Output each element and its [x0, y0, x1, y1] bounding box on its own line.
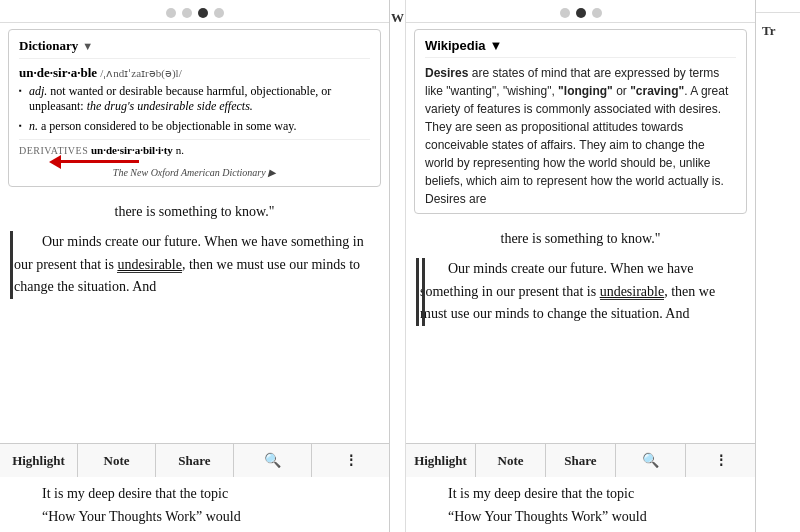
right-bottom-line2: “How Your Thoughts Work” would: [420, 506, 741, 528]
right-share-button[interactable]: Share: [546, 444, 616, 477]
left-more-button[interactable]: ⋮: [312, 444, 389, 477]
dict-example-1: the drug's undesirable side effects.: [87, 99, 253, 113]
right-section: W Wikipedia ▼ Desires are states of mind…: [390, 0, 800, 532]
right-more-icon: ⋮: [714, 453, 728, 468]
wikipedia-label: Wikipedia: [425, 38, 486, 53]
right-underlined-word: undesirable: [600, 284, 665, 300]
tr-label: Tr: [756, 13, 800, 49]
left-vertical-bar: [10, 231, 13, 298]
dot-1: [166, 8, 176, 18]
right-more-button[interactable]: ⋮: [686, 444, 755, 477]
left-bottom-text: It is my deep desire that the topic “How…: [0, 477, 389, 532]
left-book-text: there is something to know." Our minds c…: [0, 193, 389, 443]
dictionary-pronunciation: /ˌʌndɪˈzaɪrəb(ə)l/: [100, 67, 181, 79]
dictionary-dropdown-arrow[interactable]: ▼: [82, 40, 93, 52]
dictionary-label: Dictionary: [19, 38, 78, 54]
wiki-bold-longing: "longing": [558, 84, 613, 98]
right-dot-3: [592, 8, 602, 18]
w-label: W: [391, 0, 404, 26]
left-search-icon: 🔍: [264, 453, 281, 468]
right-highlight-button[interactable]: Highlight: [406, 444, 476, 477]
right-vertical-bar-1: [416, 258, 419, 325]
right-search-button[interactable]: 🔍: [616, 444, 686, 477]
dict-pos-2: n.: [29, 119, 38, 133]
tr-dots-bar: [756, 0, 800, 13]
dot-4: [214, 8, 224, 18]
dictionary-popup: Dictionary ▼ un·de·sir·a·ble /ˌʌndɪˈzaɪr…: [8, 29, 381, 187]
wikipedia-panel: Wikipedia ▼ Desires are states of mind t…: [406, 0, 756, 532]
right-bottom-text: It is my deep desire that the topic “How…: [406, 477, 755, 532]
w-panel: W: [390, 0, 406, 532]
right-quote-text: there is something to know.": [420, 228, 741, 250]
left-dots-bar: [0, 0, 389, 23]
right-bottom-line1: It is my deep desire that the topic: [420, 483, 741, 505]
dictionary-entry-2: n. a person considered to be objectionab…: [19, 119, 370, 134]
left-more-icon: ⋮: [344, 453, 358, 468]
wiki-bold-desires: Desires: [425, 66, 468, 80]
dictionary-header[interactable]: Dictionary ▼: [19, 38, 370, 59]
right-vertical-bar-2: [422, 258, 425, 325]
left-share-button[interactable]: Share: [156, 444, 234, 477]
derivatives-suffix: n.: [176, 144, 184, 156]
dictionary-derivatives: DERIVATIVES un·de·sir·a·bil·i·ty n.: [19, 139, 370, 156]
right-search-icon: 🔍: [642, 453, 659, 468]
red-arrow-indicator: [59, 160, 139, 163]
right-book-text: there is something to know." Our minds c…: [406, 220, 755, 443]
right-highlighted-section: Our minds create our future. When we hav…: [420, 258, 741, 325]
right-note-button[interactable]: Note: [476, 444, 546, 477]
dictionary-source: The New Oxford American Dictionary ▶: [19, 167, 370, 178]
dictionary-word: un·de·sir·a·ble /ˌʌndɪˈzaɪrəb(ə)l/: [19, 65, 370, 81]
tr-panel: Tr: [756, 0, 800, 532]
wikipedia-content: Desires are states of mind that are expr…: [425, 64, 736, 208]
left-bottom-line1: It is my deep desire that the topic: [14, 483, 375, 505]
left-quote-text: there is something to know.": [14, 201, 375, 223]
dict-pos-1: adj.: [29, 84, 47, 98]
right-dots-bar: [406, 0, 755, 23]
derivatives-word: un·de·sir·a·bil·i·ty: [91, 144, 173, 156]
dot-3-active: [198, 8, 208, 18]
left-search-button[interactable]: 🔍: [234, 444, 312, 477]
right-dot-1: [560, 8, 570, 18]
left-toolbar: Highlight Note Share 🔍 ⋮: [0, 443, 389, 477]
left-note-button[interactable]: Note: [78, 444, 156, 477]
right-paragraph: Our minds create our future. When we hav…: [420, 258, 741, 325]
left-bottom-line2: “How Your Thoughts Work” would: [14, 506, 375, 528]
left-highlighted-section: Our minds create our future. When we hav…: [14, 231, 375, 298]
left-underlined-word: undesirable: [117, 257, 182, 273]
right-toolbar: Highlight Note Share 🔍 ⋮: [406, 443, 755, 477]
wiki-bold-craving: "craving": [630, 84, 684, 98]
dot-2: [182, 8, 192, 18]
wikipedia-popup: Wikipedia ▼ Desires are states of mind t…: [414, 29, 747, 214]
left-panel: Dictionary ▼ un·de·sir·a·ble /ˌʌndɪˈzaɪr…: [0, 0, 390, 532]
wikipedia-dropdown-arrow[interactable]: ▼: [490, 38, 503, 53]
left-highlight-button[interactable]: Highlight: [0, 444, 78, 477]
wikipedia-header[interactable]: Wikipedia ▼: [425, 38, 736, 58]
dictionary-entry-1: adj. not wanted or desirable because har…: [19, 84, 370, 114]
left-paragraph: Our minds create our future. When we hav…: [14, 231, 375, 298]
right-dot-2-active: [576, 8, 586, 18]
arrow-image: [19, 160, 370, 163]
dict-def-2: a person considered to be objectionable …: [41, 119, 296, 133]
